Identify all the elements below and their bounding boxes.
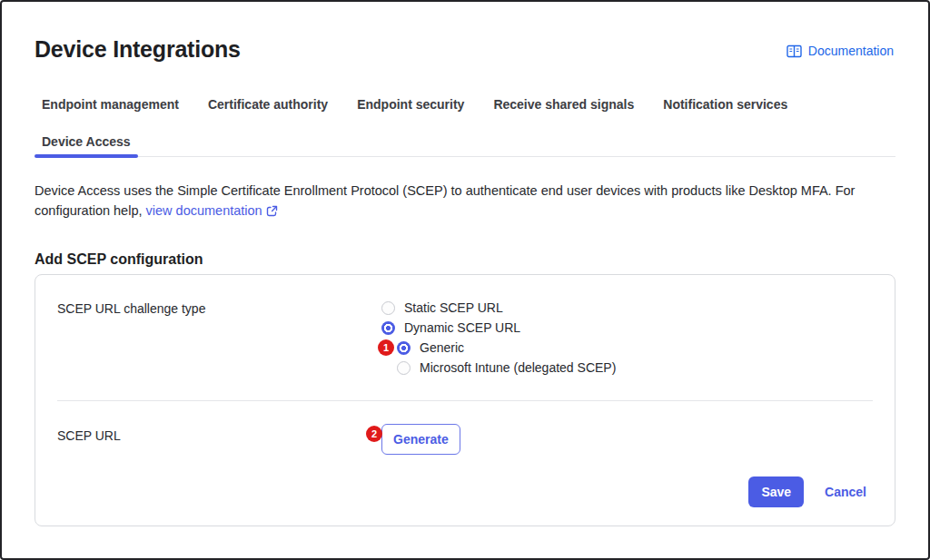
challenge-type-radio-group: Static SCEP URL Dynamic SCEP URL 1 Gener… bbox=[381, 300, 616, 380]
step-2-badge: 2 bbox=[366, 426, 382, 442]
radio-checked-icon[interactable] bbox=[397, 341, 411, 355]
radio-checked-icon[interactable] bbox=[381, 321, 395, 335]
radio-unchecked-icon[interactable] bbox=[381, 301, 395, 315]
challenge-type-label: SCEP URL challenge type bbox=[57, 301, 205, 316]
device-integrations-page: Device Integrations Documentation Endpoi… bbox=[2, 2, 928, 558]
view-documentation-link[interactable]: view documentation bbox=[146, 203, 278, 218]
tab-notification-services[interactable]: Notification services bbox=[656, 96, 795, 113]
tab-bar: Endpoint management Certificate authorit… bbox=[35, 96, 895, 157]
book-icon bbox=[787, 44, 802, 58]
page-title: Device Integrations bbox=[35, 36, 241, 63]
tab-endpoint-management[interactable]: Endpoint management bbox=[35, 96, 186, 113]
radio-option-generic[interactable]: 1 Generic bbox=[397, 340, 616, 355]
tab-device-access[interactable]: Device Access bbox=[35, 133, 138, 150]
cancel-button[interactable]: Cancel bbox=[825, 485, 866, 499]
radio-option-static-scep-url[interactable]: Static SCEP URL bbox=[381, 300, 616, 315]
page-description: Device Access uses the Simple Certificat… bbox=[35, 181, 857, 222]
scep-url-row: SCEP URL 2 Generate bbox=[57, 424, 873, 455]
generate-button[interactable]: Generate bbox=[381, 424, 460, 455]
tab-endpoint-security[interactable]: Endpoint security bbox=[350, 96, 471, 113]
tab-row-2: Device Access bbox=[35, 133, 895, 150]
documentation-link[interactable]: Documentation bbox=[787, 44, 894, 58]
radio-unchecked-icon[interactable] bbox=[397, 361, 411, 375]
external-link-icon bbox=[266, 202, 278, 222]
tab-row-1: Endpoint management Certificate authorit… bbox=[35, 96, 895, 113]
tab-certificate-authority[interactable]: Certificate authority bbox=[201, 96, 335, 113]
card-divider bbox=[57, 400, 873, 401]
scep-configuration-card: SCEP URL challenge type Static SCEP URL … bbox=[35, 274, 895, 526]
tab-receive-shared-signals[interactable]: Receive shared signals bbox=[486, 96, 641, 113]
add-scep-configuration-heading: Add SCEP configuration bbox=[35, 251, 203, 268]
scep-url-label: SCEP URL bbox=[57, 428, 121, 443]
step-1-badge: 1 bbox=[378, 339, 394, 356]
generate-area: 2 Generate bbox=[381, 424, 460, 455]
radio-option-dynamic-scep-url[interactable]: Dynamic SCEP URL bbox=[381, 320, 616, 335]
documentation-link-label: Documentation bbox=[808, 44, 894, 58]
save-button[interactable]: Save bbox=[748, 476, 804, 507]
radio-option-microsoft-intune[interactable]: Microsoft Intune (delegated SCEP) bbox=[397, 360, 616, 375]
form-actions: Save Cancel bbox=[748, 476, 866, 507]
